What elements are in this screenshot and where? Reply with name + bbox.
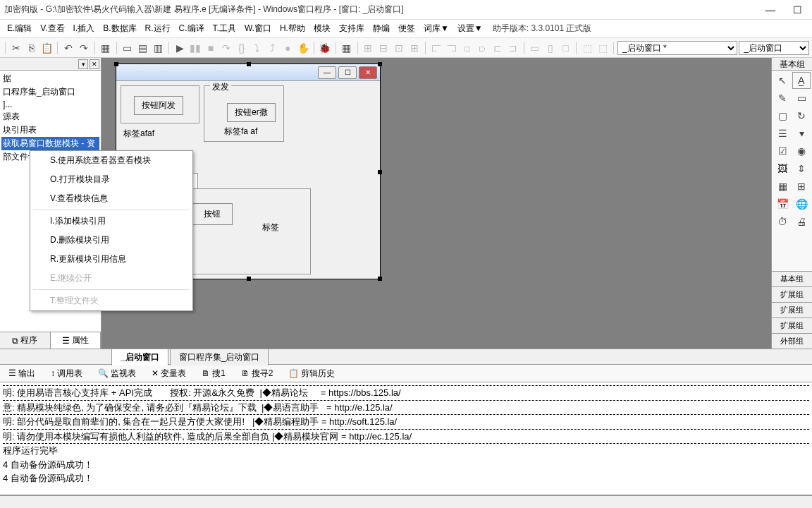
align6-icon[interactable]: ⫎ <box>445 40 459 56</box>
tab-window-procset[interactable]: 窗口程序集_启动窗口 <box>170 349 269 365</box>
form-designer-canvas[interactable]: — ☐ ✕ 按钮阿发 发发 按钮er撒 标签fa af 标签afaf 按钮 标签 <box>102 58 771 349</box>
run-icon[interactable]: ▶ <box>173 40 187 56</box>
image-tool-icon[interactable]: 🖼 <box>773 160 792 177</box>
size3-icon[interactable]: □ <box>559 40 573 56</box>
align7-icon[interactable]: ⫏ <box>460 40 474 56</box>
label-tool-icon[interactable]: A̲ <box>792 72 811 89</box>
align10-icon[interactable]: ⊐ <box>506 40 520 56</box>
grid-icon[interactable]: ▦ <box>340 40 354 56</box>
menu-view[interactable]: V.查看 <box>36 20 68 37</box>
menu-database[interactable]: B.数据库 <box>99 20 140 37</box>
form-close-icon[interactable]: ✕ <box>359 66 377 79</box>
form-label-3[interactable]: 标签 <box>262 222 279 234</box>
frame-tool-icon[interactable]: ▭ <box>792 90 811 107</box>
size1-icon[interactable]: ▭ <box>528 40 542 56</box>
stop-icon[interactable]: ■ <box>204 40 218 56</box>
paste-icon[interactable]: 📋 <box>40 40 54 56</box>
toolbox-tab-ext2[interactable]: 扩展组 <box>772 302 812 318</box>
tree-item-selected[interactable]: 获取易窗口数据模块 - 资 <box>1 137 99 150</box>
tab-startup-window[interactable]: _启动窗口 <box>111 349 168 365</box>
tree-item[interactable]: 据 <box>1 72 99 85</box>
layout2-icon[interactable]: ▤ <box>136 40 150 56</box>
out-tab-output[interactable]: ☰输出 <box>3 365 41 382</box>
redo-icon[interactable]: ↷ <box>77 40 91 56</box>
menu-notes[interactable]: 便签 <box>394 20 419 37</box>
tree-item[interactable]: 源表 <box>1 110 99 123</box>
align1-icon[interactable]: ⊞ <box>361 40 375 56</box>
align5-icon[interactable]: ⫍ <box>429 40 443 56</box>
align4-icon[interactable]: ⊞ <box>407 40 422 56</box>
layout1-icon[interactable]: ▭ <box>121 40 135 56</box>
menu-help[interactable]: H.帮助 <box>276 20 309 37</box>
form-minimize-icon[interactable]: — <box>318 66 336 79</box>
align8-icon[interactable]: ⫐ <box>475 40 489 56</box>
out-tab-clip[interactable]: 📋剪辑历史 <box>283 365 340 382</box>
globe-tool-icon[interactable]: 🌐 <box>792 195 811 212</box>
form-icon[interactable]: ▦ <box>99 40 113 56</box>
step-icon[interactable]: ↷ <box>219 40 233 56</box>
ctx-system-viewer[interactable]: S.使用系统查看器查看模块 <box>30 151 192 170</box>
table-tool-icon[interactable]: ⊞ <box>792 178 811 195</box>
layout3-icon[interactable]: ▥ <box>152 40 166 56</box>
combo-tool-icon[interactable]: ▾ <box>792 125 811 142</box>
form-frame-2[interactable]: 发发 按钮er撒 标签fa af <box>204 85 284 142</box>
align3-icon[interactable]: ⊡ <box>392 40 406 56</box>
form-button-2[interactable]: 按钮er撒 <box>227 103 276 122</box>
menu-dict[interactable]: 词库▼ <box>419 20 453 37</box>
pause-icon[interactable]: ▮▮ <box>188 40 202 56</box>
menu-static[interactable]: 静编 <box>369 20 394 37</box>
print-tool-icon[interactable]: 🖨 <box>792 213 811 230</box>
tab-properties[interactable]: ☰属性 <box>51 332 102 349</box>
cut-icon[interactable]: ✂ <box>9 40 23 56</box>
ctx-delete-ref[interactable]: D.删除模块引用 <box>30 231 192 250</box>
refresh-tool-icon[interactable]: ↻ <box>792 107 811 124</box>
tree-item[interactable]: 块引用表 <box>1 123 99 137</box>
button-tool-icon[interactable]: ▢ <box>773 107 792 124</box>
panel-dropdown-icon[interactable]: ▾ <box>78 59 88 69</box>
menu-window[interactable]: W.窗口 <box>240 20 276 37</box>
window-combo[interactable]: _启动窗口 * <box>617 41 737 55</box>
align2-icon[interactable]: ⊟ <box>376 40 390 56</box>
minimize-button[interactable]: — <box>760 3 781 17</box>
breakpoint-icon[interactable]: ● <box>281 40 295 56</box>
order1-icon[interactable]: ⬚ <box>580 40 594 56</box>
menu-support[interactable]: 支持库 <box>335 20 369 37</box>
tree-item[interactable]: 口程序集_启动窗口 <box>1 85 99 99</box>
copy-icon[interactable]: ⎘ <box>25 40 39 56</box>
radio-tool-icon[interactable]: ◉ <box>792 143 811 159</box>
toolbox-tab-ext3[interactable]: 扩展组 <box>772 318 812 333</box>
grid-tool-icon[interactable]: ▦ <box>773 178 792 195</box>
list-tool-icon[interactable]: ☰ <box>773 125 792 142</box>
menu-edit[interactable]: E.编辑 <box>3 20 36 37</box>
tab-program[interactable]: ⧉程序 <box>0 332 51 349</box>
out-tab-search2[interactable]: 🗎搜寻2 <box>235 365 279 382</box>
maximize-button[interactable]: ☐ <box>787 3 808 17</box>
scroll-tool-icon[interactable]: ⇕ <box>792 160 811 177</box>
debug-icon[interactable]: 🐞 <box>318 40 332 56</box>
align9-icon[interactable]: ⊏ <box>491 40 505 56</box>
stepover-icon[interactable]: ⤵ <box>250 40 264 56</box>
panel-close-icon[interactable]: ✕ <box>90 59 99 69</box>
out-tab-calltable[interactable]: ↕调用表 <box>45 365 88 382</box>
menu-module[interactable]: 模块 <box>309 20 335 37</box>
check-tool-icon[interactable]: ☑ <box>773 143 792 159</box>
ctx-update-ref[interactable]: R.更新模块引用信息 <box>30 250 192 269</box>
form-label-2[interactable]: 标签fa af <box>224 126 257 138</box>
toolbox-tab-external[interactable]: 外部组 <box>772 333 812 349</box>
order2-icon[interactable]: ⬚ <box>596 40 610 56</box>
form-maximize-icon[interactable]: ☐ <box>338 66 357 79</box>
stepinto-icon[interactable]: {} <box>235 40 249 56</box>
edit-tool-icon[interactable]: ✎ <box>773 90 792 107</box>
out-tab-watch[interactable]: 🔍监视表 <box>92 365 142 382</box>
form-button-1[interactable]: 按钮阿发 <box>134 96 183 115</box>
size2-icon[interactable]: ▯ <box>543 40 558 56</box>
component-combo[interactable]: _启动窗口 <box>739 41 809 55</box>
pointer-icon[interactable]: ↖ <box>773 72 792 89</box>
menu-run[interactable]: R.运行 <box>141 20 175 37</box>
ctx-open-folder[interactable]: O.打开模块目录 <box>30 170 192 189</box>
output-pane[interactable]: 明: 使用易语言核心支持库 + API完成 授权: 开源&永久免费 |◆精易论坛… <box>0 382 812 495</box>
tree-item[interactable]: ]... <box>1 99 99 110</box>
out-tab-vars[interactable]: ✕变量表 <box>146 365 192 382</box>
stepout-icon[interactable]: ⤴ <box>265 40 279 56</box>
out-tab-search1[interactable]: 🗎搜1 <box>196 365 231 382</box>
